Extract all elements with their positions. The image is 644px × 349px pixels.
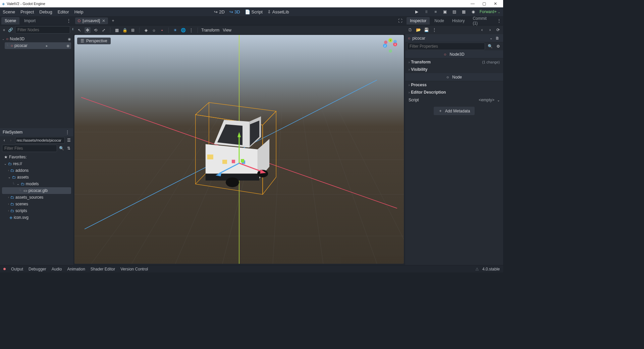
chevron-down-icon[interactable]: ⌄ bbox=[490, 36, 492, 40]
bottom-debugger[interactable]: Debugger bbox=[29, 267, 46, 271]
bottom-vcs[interactable]: Version Control bbox=[120, 267, 148, 271]
folder-row[interactable]: ›🗀 scenes bbox=[1, 201, 72, 207]
play-scene-button[interactable]: ▣ bbox=[442, 9, 448, 15]
filter-properties-input[interactable] bbox=[407, 43, 485, 50]
folder-row[interactable]: ›🗀 scripts bbox=[1, 207, 72, 214]
docs-icon[interactable]: 🗎 bbox=[494, 35, 500, 41]
new-resource-icon[interactable]: 🗋 bbox=[407, 27, 413, 33]
folder-row[interactable]: └⌄🗀 models bbox=[1, 181, 72, 187]
warnings-icon[interactable]: ⚠ bbox=[475, 267, 479, 271]
play-custom-button[interactable]: ▤ bbox=[451, 9, 458, 15]
prop-transform[interactable]: ›Transform(1 change) bbox=[405, 58, 503, 66]
scene-tab[interactable]: [unsaved] ✕ bbox=[75, 17, 108, 24]
add-metadata-button[interactable]: ＋ Add Metadata bbox=[434, 107, 475, 115]
more-icon[interactable]: ⋮ bbox=[431, 27, 437, 33]
stop-button[interactable]: ■ bbox=[433, 9, 439, 15]
maximize-button[interactable]: ▢ bbox=[478, 1, 490, 6]
move-tool-icon[interactable]: ✥ bbox=[85, 27, 91, 33]
prop-editor-description[interactable]: ›Editor Description bbox=[405, 89, 503, 96]
prop-script[interactable]: Script <empty> ⌄ bbox=[405, 96, 503, 104]
file-row[interactable]: ◈ icon.svg bbox=[1, 214, 72, 221]
instanced-scene-icon[interactable]: ▸ bbox=[46, 44, 48, 48]
lock-icon[interactable]: 🔒 bbox=[122, 27, 128, 33]
add-node-button[interactable]: ＋ bbox=[2, 27, 6, 33]
cube-icon[interactable]: ◈ bbox=[143, 27, 149, 33]
settings-icon[interactable]: ⚙ bbox=[495, 43, 501, 49]
bottom-animation[interactable]: Animation bbox=[67, 267, 85, 271]
env-icon[interactable]: ▪ bbox=[159, 27, 165, 33]
bottom-audio[interactable]: Audio bbox=[52, 267, 62, 271]
collapse-icon[interactable]: ⌄ bbox=[8, 176, 11, 179]
load-resource-icon[interactable]: 📂 bbox=[415, 27, 421, 33]
viewport-3d[interactable]: ☰ Perspective bbox=[74, 35, 404, 264]
nav-fwd-icon[interactable]: › bbox=[487, 27, 493, 33]
menu-debug[interactable]: Debug bbox=[39, 9, 52, 14]
menu-project[interactable]: Project bbox=[20, 9, 34, 14]
movie-button[interactable]: ▦ bbox=[461, 9, 467, 15]
scene-dock-tab[interactable]: Scene bbox=[1, 17, 19, 24]
render-mode-selector[interactable]: Forward+ ⌄ bbox=[480, 9, 500, 14]
inspected-node-row[interactable]: ○ picocar ⌄ 🗎 bbox=[405, 34, 503, 42]
search-icon[interactable]: 🔍 bbox=[59, 145, 64, 151]
dock-options-icon[interactable]: ⋮ bbox=[64, 129, 70, 135]
group-icon[interactable]: ⊞ bbox=[130, 27, 136, 33]
collapse-icon[interactable]: ⌄ bbox=[2, 37, 5, 41]
inspector-tab[interactable]: Inspector bbox=[407, 17, 430, 24]
workspace-2d[interactable]: ↪2D bbox=[214, 9, 225, 14]
prop-process[interactable]: ›Process bbox=[405, 81, 503, 89]
workspace-script[interactable]: 📄Script bbox=[245, 9, 263, 14]
more-icon[interactable]: ⋮ bbox=[188, 27, 194, 33]
nav-back-button[interactable]: ‹ bbox=[2, 137, 6, 143]
view-menu[interactable]: View bbox=[223, 28, 231, 33]
section-node3d[interactable]: ○ Node3D bbox=[405, 50, 503, 58]
distraction-free-icon[interactable]: ⛶ bbox=[397, 18, 403, 24]
workspace-3d[interactable]: ↪3D bbox=[229, 9, 240, 14]
menu-editor[interactable]: Editor bbox=[58, 9, 69, 14]
render-button[interactable]: ◉ bbox=[470, 9, 476, 15]
tree-child-node[interactable]: └ ○ picocar ▸ ◉ bbox=[5, 42, 71, 49]
history-tab[interactable]: History bbox=[449, 17, 468, 24]
menu-help[interactable]: Help bbox=[74, 9, 84, 14]
nav-fwd-button[interactable]: › bbox=[8, 137, 13, 143]
folder-row[interactable]: ⌄🗀 assets bbox=[1, 174, 72, 181]
bottom-output[interactable]: Output bbox=[11, 267, 23, 271]
transform-menu[interactable]: Transform bbox=[201, 28, 219, 33]
menu-scene[interactable]: Scene bbox=[3, 9, 15, 14]
save-resource-icon[interactable]: 💾 bbox=[423, 27, 429, 33]
axis-orientation-gizmo[interactable]: X Y Z bbox=[381, 38, 400, 56]
new-tab-button[interactable]: ＋ bbox=[110, 18, 116, 24]
chevron-down-icon[interactable]: ⌄ bbox=[497, 98, 500, 102]
sun-icon[interactable]: ☼ bbox=[151, 27, 157, 33]
tree-root-node[interactable]: ⌄ ○ Node3D ◉ bbox=[1, 36, 72, 42]
sort-icon[interactable]: ⇅ bbox=[66, 145, 71, 151]
import-dock-tab[interactable]: Import bbox=[21, 17, 39, 24]
visibility-icon[interactable]: ◉ bbox=[66, 44, 70, 48]
prop-visibility[interactable]: ›Visibility bbox=[405, 66, 503, 73]
filesystem-path-input[interactable] bbox=[15, 137, 65, 144]
folder-row[interactable]: ›🗀 assets_sources bbox=[1, 194, 72, 201]
snap-icon[interactable]: ▦ bbox=[114, 27, 120, 33]
scale-tool-icon[interactable]: ⤢ bbox=[101, 27, 107, 33]
node-tab[interactable]: Node bbox=[431, 17, 447, 24]
filter-files-input[interactable] bbox=[2, 145, 57, 152]
history-icon[interactable]: ⟳ bbox=[495, 27, 501, 33]
collapse-icon[interactable]: ⌄ bbox=[4, 162, 7, 165]
select-tool-icon[interactable]: ↖ bbox=[76, 27, 83, 33]
dock-options-icon[interactable]: ⋮ bbox=[496, 18, 502, 24]
minimize-button[interactable]: — bbox=[467, 1, 478, 6]
view-mode-icon[interactable]: ☰ bbox=[67, 137, 71, 143]
close-button[interactable]: ✕ bbox=[490, 1, 501, 6]
folder-row[interactable]: ›🗀 addons bbox=[1, 167, 72, 174]
collapse-icon[interactable]: ⌄ bbox=[17, 182, 19, 186]
play-button[interactable]: ▶ bbox=[414, 9, 420, 15]
commit-tab[interactable]: Commit (1) bbox=[469, 15, 494, 27]
workspace-assetlib[interactable]: ⇩AssetLib bbox=[267, 9, 289, 14]
filter-nodes-input[interactable] bbox=[15, 26, 70, 34]
rotate-tool-icon[interactable]: ⟲ bbox=[93, 27, 99, 33]
section-node[interactable]: ○ Node bbox=[405, 73, 503, 81]
preview-env-icon[interactable]: 🌐 bbox=[180, 27, 186, 33]
close-tab-button[interactable]: ✕ bbox=[102, 18, 105, 23]
pause-button[interactable]: ⏸ bbox=[423, 9, 429, 15]
dock-options-icon[interactable]: ⋮ bbox=[66, 18, 72, 24]
bottom-shader[interactable]: Shader Editor bbox=[91, 267, 115, 271]
